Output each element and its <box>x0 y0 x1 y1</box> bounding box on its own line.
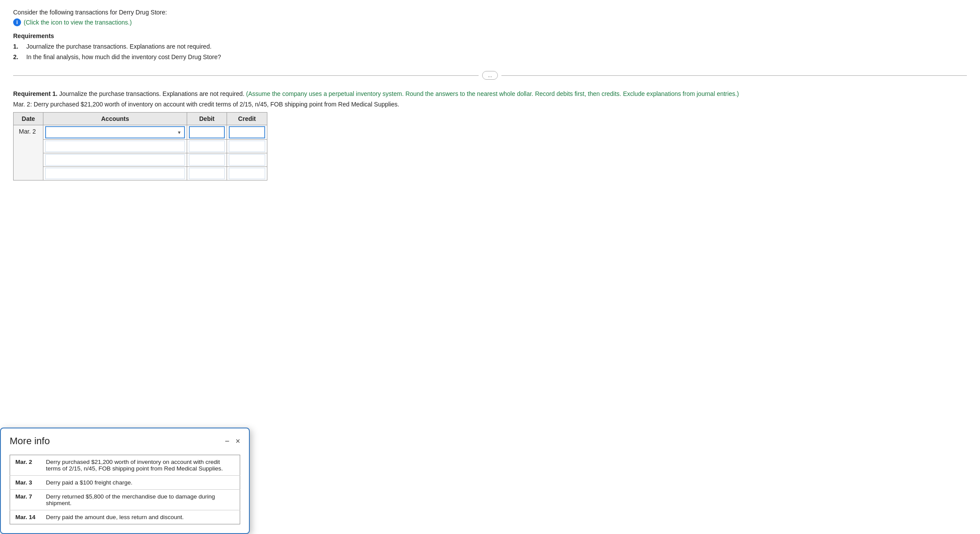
journal-row-4 <box>14 167 267 180</box>
col-credit: Credit <box>227 113 267 125</box>
account-cell-3 <box>43 153 187 167</box>
req-num-2: 2. <box>13 53 22 60</box>
info-link-row: i (Click the icon to view the transactio… <box>13 18 967 26</box>
account-input-3[interactable] <box>45 154 185 166</box>
account-input-1[interactable] <box>46 127 174 138</box>
req1-heading-normal: Journalize the purchase transactions. Ex… <box>57 90 244 97</box>
req-text-2: In the final analysis, how much did the … <box>26 53 221 60</box>
journal-row-3 <box>14 153 267 167</box>
dropdown-arrow-1[interactable]: ▼ <box>174 128 184 137</box>
req-text-1: Journalize the purchase transactions. Ex… <box>26 43 212 50</box>
info-icon[interactable]: i <box>13 18 21 26</box>
credit-cell-2 <box>227 140 267 153</box>
requirements-title: Requirements <box>13 32 967 39</box>
credit-input-1[interactable] <box>229 126 265 138</box>
divider-line-left <box>13 75 479 76</box>
req1-heading: Requirement 1. Journalize the purchase t… <box>13 90 967 97</box>
credit-input-4[interactable] <box>229 168 265 179</box>
debit-cell-1 <box>187 125 227 140</box>
req1-heading-green: (Assume the company uses a perpetual inv… <box>246 90 739 97</box>
credit-cell-3 <box>227 153 267 167</box>
account-input-wrapper-1: ▼ <box>45 126 185 138</box>
account-cell-4 <box>43 167 187 180</box>
debit-cell-4 <box>187 167 227 180</box>
account-cell-2 <box>43 140 187 153</box>
requirement-item-2: 2. In the final analysis, how much did t… <box>13 53 967 60</box>
credit-cell-4 <box>227 167 267 180</box>
credit-cell-1 <box>227 125 267 140</box>
account-input-2[interactable] <box>45 141 185 152</box>
account-cell-1: ▼ <box>43 125 187 140</box>
col-accounts: Accounts <box>43 113 187 125</box>
debit-input-3[interactable] <box>189 154 225 166</box>
req-num-1: 1. <box>13 43 22 50</box>
col-debit: Debit <box>187 113 227 125</box>
journal-table: Date Accounts Debit Credit Mar. 2 ▼ <box>13 112 267 180</box>
requirements-list: 1. Journalize the purchase transactions.… <box>13 43 967 60</box>
intro-text: Consider the following transactions for … <box>13 9 967 16</box>
debit-input-4[interactable] <box>189 168 225 179</box>
debit-cell-2 <box>187 140 227 153</box>
divider-row: ... <box>13 71 967 80</box>
divider-dots: ... <box>482 71 498 80</box>
col-date: Date <box>14 113 43 125</box>
credit-input-3[interactable] <box>229 154 265 166</box>
requirement-item-1: 1. Journalize the purchase transactions.… <box>13 43 967 50</box>
debit-input-1[interactable] <box>189 126 225 138</box>
date-cell: Mar. 2 <box>14 125 43 180</box>
debit-input-2[interactable] <box>189 141 225 152</box>
req1-heading-bold: Requirement 1. <box>13 90 57 97</box>
account-input-4[interactable] <box>45 168 185 179</box>
journal-row-1: Mar. 2 ▼ <box>14 125 267 140</box>
transaction-desc: Mar. 2: Derry purchased $21,200 worth of… <box>13 101 967 108</box>
debit-cell-3 <box>187 153 227 167</box>
journal-row-2 <box>14 140 267 153</box>
info-link-text[interactable]: (Click the icon to view the transactions… <box>24 19 132 26</box>
divider-line-right <box>501 75 967 76</box>
credit-input-2[interactable] <box>229 141 265 152</box>
